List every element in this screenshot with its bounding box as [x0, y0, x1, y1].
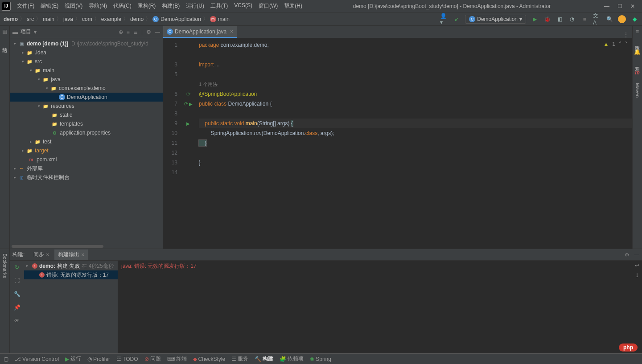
status-dependencies[interactable]: 🧩依赖项 — [280, 355, 304, 363]
run-icon[interactable]: ▶ — [531, 15, 539, 23]
grid-icon[interactable]: ▦ — [2, 29, 7, 35]
crumb-demo[interactable]: demo — [130, 16, 144, 22]
chevron-down-icon[interactable]: ▾ — [34, 29, 37, 35]
status-services[interactable]: ☰服务 — [231, 355, 248, 363]
status-profiler[interactable]: ◔Profiler — [87, 356, 110, 362]
menu-file[interactable]: 文件(F) — [14, 1, 37, 11]
menu-view[interactable]: 视图(V) — [62, 1, 85, 11]
tree-pom[interactable]: m pom.xml — [10, 155, 163, 164]
tree-templates[interactable]: 📁 templates — [10, 119, 163, 128]
tree-resources[interactable]: ▾📁 resources — [10, 102, 163, 110]
inspection-widget[interactable]: ▲ 1 ˄ ˅ — [603, 41, 628, 47]
user-icon[interactable]: 👤▾ — [440, 15, 448, 23]
menu-vcs[interactable]: VCS(S) — [231, 1, 255, 11]
collapse-icon[interactable]: ≣ — [133, 29, 138, 35]
run-gutter-icon[interactable]: ▶ — [189, 102, 193, 106]
spring-icon[interactable]: ⟳ — [186, 91, 190, 97]
tree-src[interactable]: ▾📁 src — [10, 57, 163, 66]
eye-icon[interactable]: 👁 — [13, 317, 21, 325]
crumb-src[interactable]: src — [27, 16, 34, 22]
stop-icon[interactable]: ■ — [580, 15, 588, 23]
profile-icon[interactable]: ◔ — [568, 15, 576, 23]
back-icon[interactable]: ↙ — [453, 15, 461, 23]
tree-java[interactable]: ▾📁 java — [10, 75, 163, 84]
tree-package[interactable]: ▾📁 com.example.demo — [10, 84, 163, 93]
tab-build-output[interactable]: 构建输出 × — [54, 249, 88, 260]
menu-code[interactable]: 代码(C) — [111, 1, 134, 11]
project-scrollbar[interactable] — [10, 244, 163, 249]
bell-icon[interactable]: 🔔 — [634, 49, 641, 55]
database-tab[interactable]: 数据库 — [634, 40, 641, 44]
wrench-icon[interactable]: 🔧 — [13, 290, 21, 298]
search-icon[interactable]: 🔍 — [605, 15, 613, 23]
crumb-main[interactable]: main — [43, 16, 54, 22]
tree-demo-application[interactable]: C DemoApplication — [10, 93, 163, 102]
down-icon[interactable]: ˅ — [625, 41, 628, 47]
close-icon[interactable]: × — [46, 252, 49, 258]
close-icon[interactable]: ✕ — [630, 3, 635, 9]
notifications-tab[interactable]: 通知 — [634, 61, 641, 64]
gear-icon[interactable]: ⚙ — [146, 29, 151, 35]
status-run[interactable]: ▶运行 — [65, 355, 81, 363]
menu-run[interactable]: 运行(U) — [183, 1, 207, 11]
pin-icon[interactable]: 📌 — [13, 303, 21, 311]
jetbrains-icon[interactable]: ◆ — [630, 15, 638, 23]
status-terminal[interactable]: ⌨终端 — [167, 355, 187, 363]
status-problems[interactable]: ⊘问题 — [144, 355, 161, 363]
menu-build[interactable]: 构建(B) — [159, 1, 182, 11]
status-version-control[interactable]: ⎇Version Control — [15, 356, 59, 362]
crumb-java[interactable]: java — [63, 16, 73, 22]
rerun-icon[interactable]: ↻ — [13, 263, 21, 271]
crumb-method[interactable]: main — [218, 16, 230, 22]
code-content[interactable]: package com.example.demo; import ... 1 个… — [195, 38, 632, 249]
scroll-end-icon[interactable]: ⤓ — [635, 272, 639, 278]
status-spring[interactable]: ❀Spring — [310, 356, 331, 362]
select-target-icon[interactable]: ⊕ — [119, 29, 123, 35]
soft-wrap-icon[interactable]: ↩ — [635, 262, 639, 269]
close-icon[interactable]: × — [81, 252, 84, 258]
tree-root[interactable]: ▾▣ demo [demo (1)] D:\java\code\springBo… — [10, 39, 163, 48]
run-config-selector[interactable]: C DemoApplication ▾ — [465, 15, 526, 24]
build-output[interactable]: java: 错误: 无效的源发行版：17 ↩ ⤓ — [118, 261, 642, 364]
up-icon[interactable]: ˄ — [619, 41, 621, 47]
tree-idea[interactable]: ▸📁 .idea — [10, 48, 163, 57]
expand-icon[interactable]: ≡ — [127, 29, 130, 35]
spring-icon[interactable]: ⟳ — [184, 101, 188, 107]
run-gutter-icon[interactable]: ▶ — [186, 121, 190, 126]
hide-icon[interactable]: — — [634, 252, 639, 258]
debug-icon[interactable]: 🐞 — [543, 15, 551, 23]
close-tab-icon[interactable]: × — [230, 29, 233, 35]
translate-icon[interactable]: 文A — [593, 15, 601, 23]
tree-static[interactable]: 📁 static — [10, 110, 163, 119]
tree-properties[interactable]: ⚙ application.properties — [10, 128, 163, 137]
maven-tab[interactable]: Maven — [635, 81, 640, 99]
editor-more-icon[interactable]: ⋮ — [620, 32, 632, 38]
minimize-icon[interactable]: — — [604, 3, 609, 9]
tree-test[interactable]: ▸📁 test — [10, 137, 163, 146]
update-icon[interactable] — [618, 15, 626, 23]
maven-icon[interactable]: m — [635, 70, 640, 76]
menu-edit[interactable]: 编辑(E) — [38, 1, 61, 11]
menu-window[interactable]: 窗口(W) — [256, 1, 280, 11]
usage-hint[interactable]: 1 个用法 — [199, 82, 218, 87]
menu-help[interactable]: 帮助(H) — [281, 1, 305, 11]
editor-tab-demoapplication[interactable]: C DemoApplication.java × — [163, 26, 237, 38]
hide-icon[interactable]: — — [155, 29, 160, 35]
tree-target[interactable]: ▸📁 target — [10, 146, 163, 155]
build-root-row[interactable]: ▾ ! demo: 构建 失败 在 4秒25毫秒 — [24, 262, 118, 270]
crumb-example[interactable]: example — [101, 16, 121, 22]
tree-main[interactable]: ▾📁 main — [10, 66, 163, 75]
database-icon[interactable]: ≡ — [636, 29, 639, 35]
status-build[interactable]: 🔨构建 — [255, 355, 273, 363]
code-editor[interactable]: ▲ 1 ˄ ˅ 135 678 9101112 1314 ⟳ ⟳▶ ▶ pack… — [163, 38, 632, 249]
status-tool-window-icon[interactable]: ▢ — [4, 356, 8, 362]
menu-tools[interactable]: 工具(T) — [208, 1, 230, 11]
maximize-icon[interactable]: ☐ — [617, 3, 622, 9]
tree-scratches[interactable]: ▸◎ 临时文件和控制台 — [10, 173, 163, 182]
gear-icon[interactable]: ⚙ — [625, 252, 630, 258]
bookmarks-tab[interactable]: Bookmarks — [2, 254, 8, 278]
menu-refactor[interactable]: 重构(R) — [135, 1, 159, 11]
crumb-com[interactable]: com — [82, 16, 92, 22]
menu-navigate[interactable]: 导航(N) — [86, 1, 110, 11]
crumb-root[interactable]: demo — [4, 16, 18, 22]
